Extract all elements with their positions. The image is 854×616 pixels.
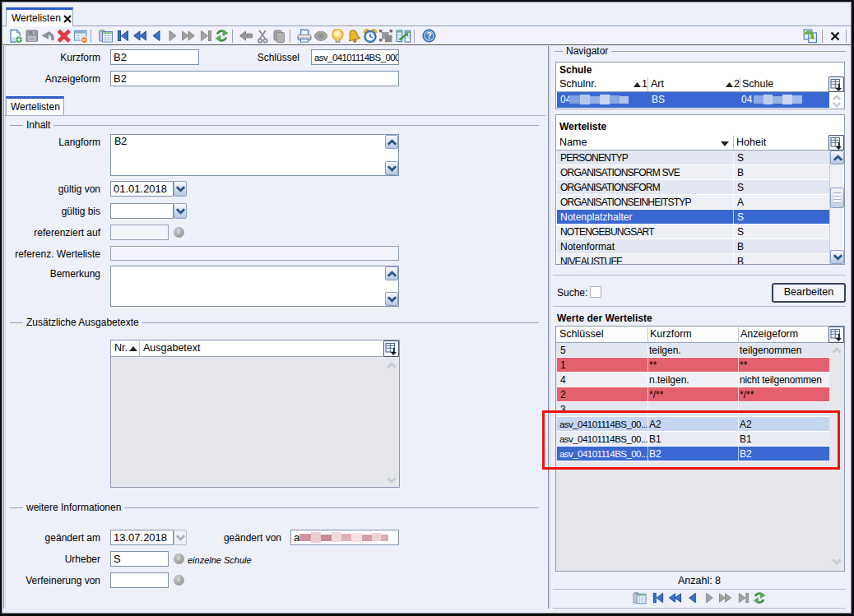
svg-text:?: ? [426, 30, 432, 40]
